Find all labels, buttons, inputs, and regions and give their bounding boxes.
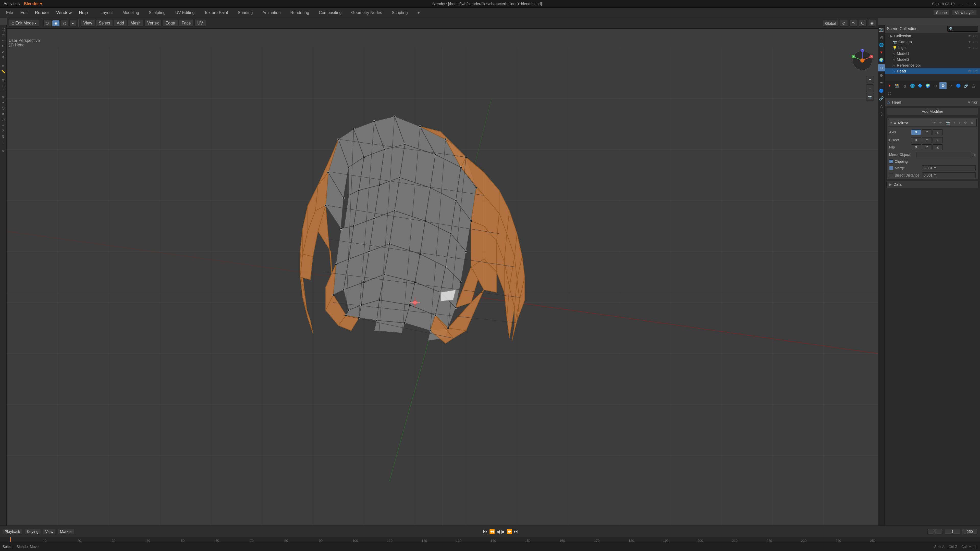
tool-cursor[interactable]: ✛ xyxy=(1,32,6,37)
jump-to-end-button[interactable]: ⏭ xyxy=(514,529,518,534)
jump-to-start-button[interactable]: ⏮ xyxy=(483,529,488,534)
tab-add[interactable]: + xyxy=(413,9,425,17)
mirror-object-input[interactable] xyxy=(916,152,971,157)
clipping-toggle[interactable]: ✓ xyxy=(889,159,893,164)
tool-rotate[interactable]: ↻ xyxy=(1,43,6,48)
prop-icon-physics[interactable]: 🔵 xyxy=(878,87,885,94)
scene-dropdown[interactable]: Scene xyxy=(934,10,950,15)
outliner-item-model2[interactable]: △ Model2 xyxy=(885,56,980,62)
modifier-edit-toggle[interactable]: ✏ xyxy=(939,121,943,125)
outliner-item-reference[interactable]: △ Reference.obj xyxy=(885,62,980,68)
axis-z-button[interactable]: Z xyxy=(932,129,942,135)
prop-tab-world[interactable]: 🌍 xyxy=(924,82,931,89)
tab-modeling[interactable]: Modeling xyxy=(118,9,144,17)
flip-z-button[interactable]: Z xyxy=(932,144,942,150)
prop-icon-scene[interactable]: 🔻 xyxy=(878,49,885,56)
prop-tab-scene2[interactable]: 🔷 xyxy=(916,82,924,89)
prop-icon-view-layer[interactable]: 🌐 xyxy=(878,41,885,48)
menu-edit[interactable]: Edit xyxy=(17,9,31,16)
menu-file[interactable]: File xyxy=(3,9,17,16)
edge-menu[interactable]: Edge xyxy=(162,20,178,27)
tab-layout[interactable]: Layout xyxy=(96,9,118,17)
tool-shrink-fatten[interactable]: ⊻ xyxy=(1,128,6,133)
mirror-object-picker[interactable]: ◎ xyxy=(973,152,976,157)
tool-poly-build[interactable]: ⬡ xyxy=(1,106,6,111)
prop-icon-object[interactable]: □ xyxy=(878,64,885,71)
play-button[interactable]: ▶ xyxy=(501,529,505,534)
tool-transform[interactable]: ⊕ xyxy=(1,55,6,60)
camera-view-button[interactable]: 📷 xyxy=(866,93,874,101)
tool-push-pull[interactable]: ⇅ xyxy=(1,134,6,139)
bisect-z-button[interactable]: Z xyxy=(932,137,942,143)
tool-knife[interactable]: ✂ xyxy=(1,100,6,105)
tool-shear[interactable]: ⋮ xyxy=(1,139,6,144)
blender-menu[interactable]: Blender ▾ xyxy=(24,1,42,6)
viewport-shading-render[interactable]: ● xyxy=(69,20,76,26)
clipping-header[interactable]: ✓ Clipping xyxy=(889,159,976,164)
zoom-in-button[interactable]: + xyxy=(866,76,874,83)
view-menu[interactable]: View xyxy=(81,20,95,27)
prop-icon-output[interactable]: 🖨 xyxy=(878,34,885,41)
modifier-move-up[interactable]: ↑ xyxy=(953,121,956,125)
tab-rendering[interactable]: Rendering xyxy=(286,9,314,17)
tool-move[interactable]: ↔ xyxy=(1,38,6,43)
tab-texture-paint[interactable]: Texture Paint xyxy=(200,9,232,17)
tool-scale[interactable]: ⤢ xyxy=(1,49,6,54)
vertex-menu[interactable]: Vertex xyxy=(145,20,162,27)
outliner-item-head[interactable]: △ Head 👁 ↓ □ xyxy=(885,68,980,74)
prop-tab-object[interactable]: □ xyxy=(932,82,939,89)
frame-current-input[interactable]: 1 xyxy=(945,529,960,534)
outliner-item-model1[interactable]: △ Model1 xyxy=(885,51,980,56)
tab-scripting[interactable]: Scripting xyxy=(387,9,412,17)
tool-spin[interactable]: ↺ xyxy=(1,111,6,116)
tool-bevel[interactable]: ⌒ xyxy=(1,89,6,94)
prop-tab-material[interactable]: ◌ xyxy=(886,90,893,97)
prop-tab-scene[interactable]: 🔻 xyxy=(886,82,893,89)
prop-tab-output[interactable]: 🖨 xyxy=(901,82,908,89)
proportional-edit[interactable]: ⊃ xyxy=(850,20,857,27)
axis-y-button[interactable]: Y xyxy=(922,129,932,135)
maximize-button[interactable]: □ xyxy=(967,2,969,6)
tool-edge-slide[interactable]: ⇒ xyxy=(1,122,6,127)
activities-button[interactable]: Activities xyxy=(3,2,20,6)
prop-icon-world[interactable]: 🌍 xyxy=(878,57,885,64)
prop-icon-render[interactable]: 📷 xyxy=(878,26,885,33)
add-modifier-button[interactable]: Add Modifier xyxy=(887,108,978,115)
viewport-shading-wire[interactable]: ⬡ xyxy=(43,20,51,26)
tab-compositing[interactable]: Compositing xyxy=(314,9,346,17)
prop-tab-data[interactable]: △ xyxy=(970,82,977,89)
modifier-expand-icon[interactable]: ▾ xyxy=(891,121,892,125)
prop-icon-constraints[interactable]: 🔗 xyxy=(878,95,885,102)
tab-uv-editing[interactable]: UV Editing xyxy=(171,9,199,17)
modifier-delete-icon[interactable]: ✕ xyxy=(969,121,974,125)
snap-toggle[interactable]: ⊙ xyxy=(840,20,848,27)
close-button[interactable]: ✕ xyxy=(973,2,977,6)
menu-help[interactable]: Help xyxy=(75,9,91,16)
3d-viewport-canvas[interactable] xyxy=(6,48,878,526)
overlay-toggle[interactable]: ⬡ xyxy=(859,20,867,27)
step-back-button[interactable]: ⏪ xyxy=(489,529,495,534)
tab-geometry-nodes[interactable]: Geometry Nodes xyxy=(347,9,387,17)
frame-end-input[interactable]: 250 xyxy=(962,529,977,534)
prop-tab-viewlayer[interactable]: 🌐 xyxy=(909,82,916,89)
modifier-render-toggle[interactable]: 📷 xyxy=(945,121,951,125)
tool-smooth-vertex[interactable]: ◌ xyxy=(1,117,6,122)
tool-annotate[interactable]: ✏ xyxy=(1,63,6,68)
bisect-x-button[interactable]: X xyxy=(911,137,921,143)
flip-x-button[interactable]: X xyxy=(911,144,921,150)
global-local-toggle[interactable]: Global xyxy=(823,20,838,27)
modifier-realtime-toggle[interactable]: 👁 xyxy=(932,121,937,125)
frame-start-input[interactable]: 1 xyxy=(928,529,943,534)
tab-shading[interactable]: Shading xyxy=(233,9,258,17)
tool-select[interactable]: ⬚ xyxy=(1,27,6,32)
step-forward-button[interactable]: ⏩ xyxy=(507,529,512,534)
modifier-move-down[interactable]: ↓ xyxy=(958,121,962,125)
flip-y-button[interactable]: Y xyxy=(922,144,932,150)
timeline-view-menu[interactable]: View xyxy=(43,529,56,534)
prop-tab-constraints[interactable]: 🔗 xyxy=(963,82,969,89)
outliner-item-collection[interactable]: ▶ Collection 👁 ↓ □ xyxy=(885,33,980,39)
prop-tab-render[interactable]: 📸 xyxy=(894,82,900,89)
timeline-marker-menu[interactable]: Marker xyxy=(58,529,74,534)
mesh-menu[interactable]: Mesh xyxy=(128,20,143,27)
viewport-shading-material[interactable]: ◎ xyxy=(61,20,68,26)
